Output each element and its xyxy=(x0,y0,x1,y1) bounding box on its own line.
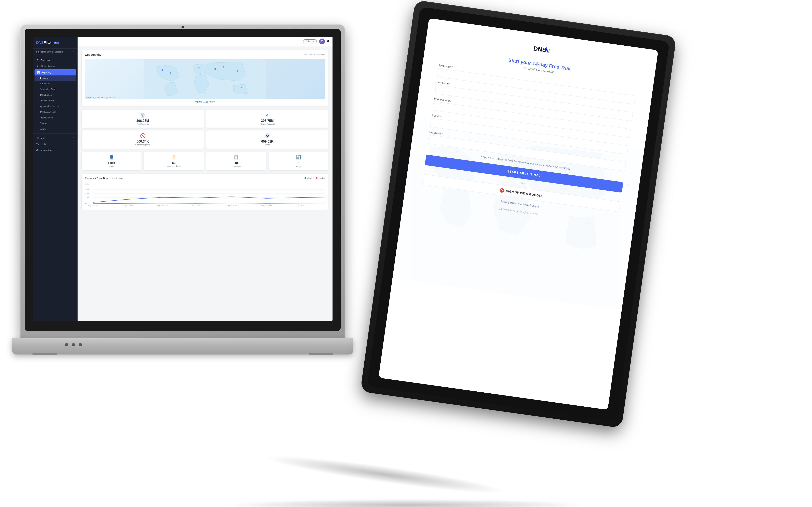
sidebar-item-label-appaware: AppAware xyxy=(40,82,50,85)
stat-threats: 💀 659.01K Threats xyxy=(206,130,328,149)
laptop-camera xyxy=(182,26,184,29)
laptop-screen: DNSFilter MSP Scranton Security Solution… xyxy=(33,37,333,321)
integrations-icon: 🔗 xyxy=(36,149,39,152)
org-status-dot xyxy=(36,51,37,53)
sidebar-item-most-active-orgs[interactable]: Most Active Orgs xyxy=(33,109,78,115)
stat-total-requests: 📡 306.25M Total Requests xyxy=(82,110,204,128)
laptop-bezel: DNSFilter MSP Scranton Security Solution… xyxy=(25,29,341,331)
reporting-arrow: ▴ xyxy=(72,71,73,73)
overview-icon: ⊙ xyxy=(36,59,39,62)
laptop-leds xyxy=(65,343,82,346)
sidebar-item-total-requests[interactable]: Total Requests xyxy=(33,98,78,103)
collections-icon: 📋 xyxy=(234,155,239,160)
laptop-base xyxy=(12,338,353,354)
sidebar-item-data-explorer[interactable]: Data Explorer xyxy=(33,92,78,98)
support-button[interactable]: ? Support xyxy=(303,39,317,43)
threats-value: 659.01K xyxy=(261,140,274,144)
tablet-screen: DNS Filter Start your 14-day Free Trial xyxy=(378,18,658,410)
sidebar-item-overview[interactable]: ⊙ Overview xyxy=(33,57,78,63)
signup-page: DNS Filter Start your 14-day Free Trial xyxy=(378,18,658,410)
map-container: © Mapbox © OpenStreetMap Improve this ma… xyxy=(85,59,325,99)
relays-label: Relays xyxy=(296,166,301,168)
google-btn-label: SIGN UP WITH GOOGLE xyxy=(506,189,543,198)
legend-allowed-dot xyxy=(305,177,306,179)
laptop-foot-left xyxy=(33,353,57,355)
sidebar-item-label-qps: Queries Per Second xyxy=(40,105,59,108)
sidebar-item-insights[interactable]: Insights xyxy=(35,75,76,81)
svg-text:Aug 11,2023: Aug 11,2023 xyxy=(122,205,133,207)
laptop-body: DNSFilter MSP Scranton Security Solution… xyxy=(20,24,345,339)
support-icon: ? xyxy=(305,40,307,42)
sidebar-item-global-policies[interactable]: ⊕ Global Policies xyxy=(33,63,78,69)
view-all-activity[interactable]: VIEW ALL ACTIVITY xyxy=(85,101,325,103)
login-link[interactable]: Log In xyxy=(531,204,539,208)
content-area: Geo Activity Next update in 17 seconds xyxy=(78,46,333,321)
sidebar-item-alerts[interactable]: Alerts xyxy=(33,126,78,132)
global-policies-icon: ⊕ xyxy=(36,65,39,68)
sidebar-item-msp[interactable]: ✉ MSP ▾ xyxy=(33,133,78,141)
terms-of-service-link[interactable]: Terms of Service xyxy=(518,160,535,165)
menu-toggle[interactable] xyxy=(327,40,329,42)
sidebar-item-label-reporting: Reporting xyxy=(41,71,51,74)
legend-allowed: Allowed xyxy=(305,177,314,179)
sidebar-item-threats[interactable]: Threats xyxy=(33,120,78,126)
sidebar-item-scheduled-reports[interactable]: Scheduled Reports xyxy=(33,87,78,92)
sidebar-item-top-requests[interactable]: Top Requests xyxy=(33,115,78,120)
main-content: ? Support SS xyxy=(78,37,333,321)
chart-header: Requests Over Time: Last 7 days Allowed xyxy=(85,177,325,180)
svg-text:Aug 10,2023: Aug 10,2023 xyxy=(88,205,98,207)
total-requests-label: Total Requests xyxy=(137,123,149,125)
logo-badge: MSP xyxy=(54,42,59,44)
user-avatar[interactable]: SS xyxy=(319,39,325,44)
sidebar-item-queries-per-second[interactable]: Queries Per Second xyxy=(33,103,78,109)
svg-text:Aug 16,2023: Aug 16,2023 xyxy=(296,205,307,207)
map-credit: © Mapbox © OpenStreetMap Improve this ma… xyxy=(86,97,116,99)
svg-point-6 xyxy=(237,70,238,71)
sidebar-item-label-top-requests: Top Requests xyxy=(40,116,53,119)
legend-blocked-dot xyxy=(316,177,317,179)
chart-legend: Allowed Blocked xyxy=(305,177,325,179)
sidebar-org[interactable]: Scranton Security Solutions ▾ xyxy=(33,49,78,55)
metric-users: 👤 1,001 Users xyxy=(82,152,142,170)
stats-grid: 📡 306.25M Total Requests ✔ 305.75M Allow… xyxy=(82,110,328,149)
privacy-policy-link[interactable]: Privacy Policy xyxy=(556,166,570,170)
footer-text: 2022 DNS Filter, Inc. All rights Reserve… xyxy=(499,207,539,215)
dns-logo-svg: DNS Filter xyxy=(533,43,550,56)
sidebar-nav: ⊙ Overview ⊕ Global Policies 📊 Reporting xyxy=(33,55,78,321)
dns-app: DNSFilter MSP Scranton Security Solution… xyxy=(33,37,333,321)
tablet-shadow xyxy=(263,449,506,499)
svg-text:30M: 30M xyxy=(86,188,90,190)
sidebar-item-integrations[interactable]: 🔗 Intergrations xyxy=(33,147,78,153)
allowed-requests-label: Allowed Requests xyxy=(260,123,275,125)
sidebar-item-label-integrations: Intergrations xyxy=(41,149,53,151)
sidebar-item-label-insights: Insights xyxy=(40,77,48,79)
or-divider: OR xyxy=(520,182,525,185)
svg-text:Aug 13,2023: Aug 13,2023 xyxy=(192,205,202,207)
sidebar-item-tools[interactable]: 🔧 Tools ▾ xyxy=(33,141,78,147)
logo-text: DNSFilter xyxy=(36,41,52,45)
laptop-led-2 xyxy=(72,343,75,346)
sidebar-item-label-overview: Overview xyxy=(41,59,50,61)
org-arrow: ▾ xyxy=(73,51,74,53)
org-name: Scranton Security Solutions xyxy=(38,51,63,53)
stat-blocked-requests: 🚫 500.34K Blocked Requests xyxy=(82,130,204,149)
last-name-required: * xyxy=(449,82,451,86)
roaming-clients-icon: 🖥 xyxy=(172,155,176,159)
svg-text:0: 0 xyxy=(86,203,87,205)
metric-relays: 🔄 9 Relays xyxy=(268,152,328,170)
laptop-foot-right xyxy=(309,353,333,355)
collections-value: 18 xyxy=(235,161,238,165)
sidebar-item-reporting[interactable]: 📊 Reporting ▴ xyxy=(35,69,76,75)
map-svg xyxy=(85,59,325,99)
sidebar-item-appaware[interactable]: AppAware xyxy=(33,81,78,87)
msp-arrow: ▾ xyxy=(73,137,74,139)
sidebar-item-label-threats: Threats xyxy=(40,122,48,124)
threats-icon: 💀 xyxy=(265,133,270,138)
svg-text:Aug 15,2023: Aug 15,2023 xyxy=(261,205,272,207)
chart-subtitle: Last 7 days xyxy=(111,177,123,180)
total-requests-icon: 📡 xyxy=(140,113,146,118)
metric-collections: 📋 18 Collections xyxy=(206,152,266,170)
tablet-device: DNS Filter Start your 14-day Free Trial xyxy=(359,0,676,438)
chart-area: 50M 30M 20M 10M 0 xyxy=(85,182,325,207)
allowed-requests-icon: ✔ xyxy=(265,113,269,118)
